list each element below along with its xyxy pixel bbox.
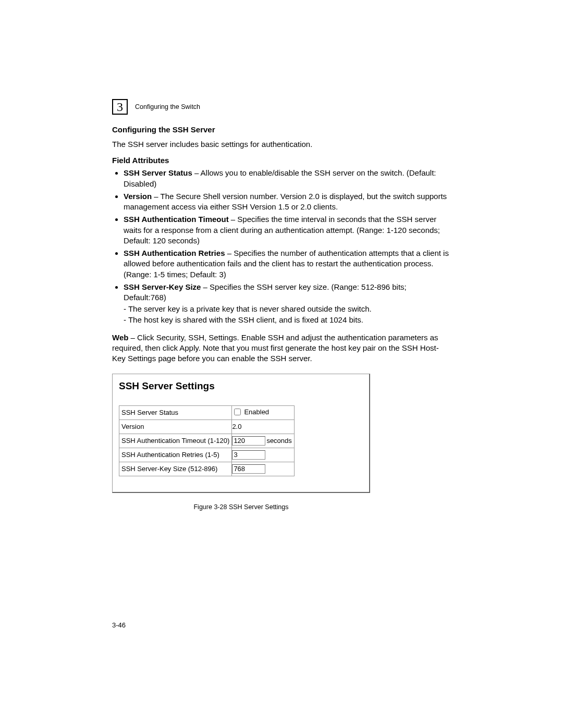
attr-desc: – The Secure Shell version number. Versi…: [124, 192, 447, 211]
attr-name: SSH Authentication Timeout: [124, 215, 229, 224]
attr-name: SSH Authentication Retries: [124, 249, 225, 257]
attr-name: SSH Server Status: [124, 168, 192, 177]
chapter-header: 3 Configuring the Switch: [112, 99, 451, 115]
web-bold: Web: [112, 333, 128, 342]
unit-label: seconds: [266, 437, 291, 445]
row-value-cell: seconds: [232, 434, 294, 448]
row-value-cell: [232, 448, 294, 462]
table-row: Version 2.0: [119, 419, 295, 434]
row-value-cell: [232, 462, 294, 476]
chapter-title: Configuring the Switch: [135, 103, 200, 110]
page-number: 3-46: [112, 621, 126, 629]
section-intro: The SSH server includes basic settings f…: [112, 139, 451, 150]
checkbox-label: Enabled: [244, 408, 269, 416]
sublist: The server key is a private key that is …: [124, 304, 451, 325]
chapter-number-badge: 3: [112, 99, 128, 115]
web-text: – Click Security, SSH, Settings. Enable …: [112, 333, 439, 363]
field-attributes-heading: Field Attributes: [112, 156, 451, 165]
ssh-settings-panel: SSH Server Settings SSH Server Status En…: [112, 374, 370, 493]
row-label: Version: [119, 419, 232, 434]
figure-caption: Figure 3-28 SSH Server Settings: [112, 503, 370, 511]
row-label: SSH Server Status: [119, 405, 232, 419]
table-row: SSH Server Status Enabled: [119, 405, 295, 419]
list-item: SSH Authentication Retries – Specifies t…: [124, 248, 451, 280]
sublist-item: The host key is shared with the SSH clie…: [124, 315, 451, 325]
table-row: SSH Server-Key Size (512-896): [119, 462, 295, 476]
web-instructions: Web – Click Security, SSH, Settings. Ena…: [112, 332, 451, 364]
attr-name: SSH Server-Key Size: [124, 282, 201, 291]
ssh-status-checkbox[interactable]: [234, 409, 241, 415]
row-value-cell: 2.0: [232, 419, 294, 434]
row-label: SSH Server-Key Size (512-896): [119, 462, 232, 476]
list-item: SSH Authentication Timeout – Specifies t…: [124, 214, 451, 246]
table-row: SSH Authentication Retries (1-5): [119, 448, 295, 462]
sublist-item: The server key is a private key that is …: [124, 304, 451, 314]
list-item: Version – The Secure Shell version numbe…: [124, 191, 451, 213]
section-title: Configuring the SSH Server: [112, 125, 451, 134]
ssh-retries-input[interactable]: [232, 450, 265, 460]
list-item: SSH Server Status – Allows you to enable…: [124, 168, 451, 189]
attr-name: Version: [124, 192, 152, 201]
settings-table: SSH Server Status Enabled Version 2.0 SS…: [119, 405, 295, 476]
page: 3 Configuring the Switch Configuring the…: [0, 0, 563, 728]
ssh-timeout-input[interactable]: [232, 436, 265, 446]
panel-title: SSH Server Settings: [119, 380, 365, 392]
row-value-cell: Enabled: [232, 405, 294, 419]
row-label: SSH Authentication Retries (1-5): [119, 448, 232, 462]
list-item: SSH Server-Key Size – Specifies the SSH …: [124, 282, 451, 325]
ssh-keysize-input[interactable]: [232, 464, 265, 474]
row-label: SSH Authentication Timeout (1-120): [119, 434, 232, 448]
table-row: SSH Authentication Timeout (1-120) secon…: [119, 434, 295, 448]
field-attributes-list: SSH Server Status – Allows you to enable…: [112, 168, 451, 325]
